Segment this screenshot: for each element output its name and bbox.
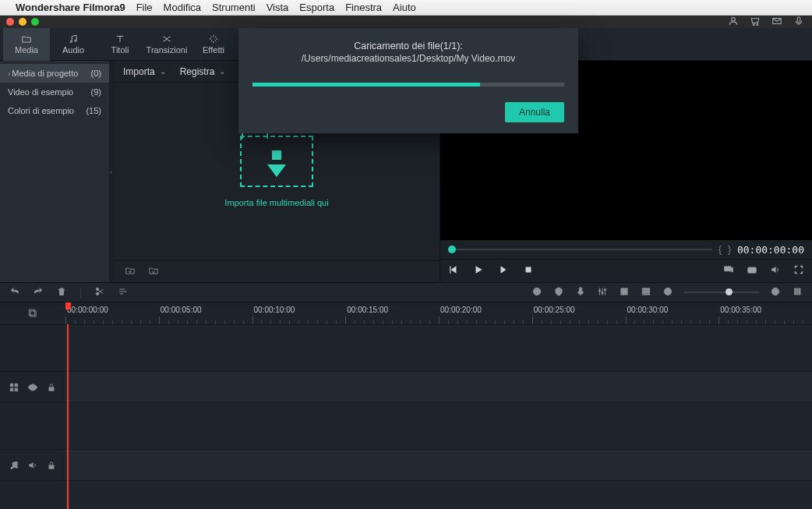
zoom-fit-icon[interactable] — [792, 286, 803, 299]
tab-transizioni[interactable]: Transizioni — [143, 28, 190, 61]
cart-icon[interactable] — [750, 16, 761, 29]
volume-icon[interactable] — [770, 264, 781, 277]
render-icon[interactable] — [531, 286, 542, 299]
svg-rect-22 — [642, 288, 649, 289]
tab-label: Transizioni — [147, 45, 188, 55]
play-button[interactable] — [473, 264, 484, 277]
scrub-mark-out-icon[interactable]: } — [728, 244, 731, 255]
menu-modifica[interactable]: Modifica — [164, 2, 201, 13]
record-dropdown[interactable]: Registra ⌄ — [180, 66, 226, 77]
timeline-toolbar: | — [0, 282, 812, 302]
menu-aiuto[interactable]: Aiuto — [393, 2, 416, 13]
extra-track-spacer — [0, 480, 65, 509]
category-video-di-esempio[interactable]: Video di esempio (9) — [0, 83, 109, 101]
track-row[interactable] — [65, 449, 812, 480]
progress-bar — [252, 83, 564, 87]
audio-track-controls[interactable] — [0, 449, 65, 480]
svg-rect-35 — [15, 388, 18, 391]
svg-point-13 — [750, 269, 754, 272]
menu-finestra[interactable]: Finestra — [345, 2, 382, 13]
stop-button[interactable] — [523, 264, 534, 277]
music-icon[interactable] — [9, 460, 19, 471]
undo-icon[interactable] — [9, 286, 20, 299]
menu-file[interactable]: File — [136, 2, 153, 13]
tab-audio[interactable]: Audio — [50, 28, 97, 61]
app-name[interactable]: Wondershare Filmora9 — [16, 2, 125, 13]
timeline-ruler[interactable]: 00:00:00:0000:00:05:0000:00:10:0000:00:1… — [65, 302, 812, 324]
svg-point-36 — [31, 386, 34, 389]
zoom-window-button[interactable] — [31, 18, 39, 26]
tab-effetti[interactable]: Effetti — [190, 28, 237, 61]
video-track-controls[interactable] — [0, 371, 65, 402]
zoom-in-icon[interactable] — [770, 286, 781, 299]
timeline-tracks[interactable] — [65, 324, 812, 509]
svg-rect-10 — [526, 267, 531, 273]
svg-rect-37 — [49, 387, 55, 391]
snapshot-icon[interactable] — [747, 264, 757, 277]
menu-vista[interactable]: Vista — [267, 2, 289, 13]
svg-point-0 — [732, 17, 736, 21]
scrubber-track[interactable] — [448, 249, 712, 250]
marker-icon[interactable] — [553, 286, 564, 299]
svg-rect-21 — [621, 288, 627, 294]
fullscreen-icon[interactable] — [793, 264, 804, 277]
user-icon[interactable] — [728, 16, 739, 29]
category-label: Media di progetto — [12, 69, 78, 78]
multilayer-icon[interactable] — [26, 308, 39, 319]
grid-icon[interactable] — [9, 382, 19, 393]
import-dropdown[interactable]: Importa ⌄ — [123, 66, 166, 77]
svg-rect-31 — [29, 309, 34, 315]
mail-icon[interactable] — [771, 16, 782, 29]
mixer-icon[interactable] — [597, 286, 608, 299]
track-row[interactable] — [65, 480, 812, 509]
eye-icon[interactable] — [27, 382, 38, 393]
tab-titoli[interactable]: Titoli — [97, 28, 143, 61]
loading-dialog: Caricamento dei file(1/1): /Users/mediac… — [238, 28, 578, 133]
category-colori-di-esempio[interactable]: Colori di esempio (15) — [0, 101, 109, 120]
track-row[interactable] — [65, 371, 812, 402]
new-folder-icon[interactable] — [123, 265, 137, 278]
track-gutter-header — [0, 302, 65, 324]
menu-esporta[interactable]: Esporta — [299, 2, 334, 13]
render-preview-icon[interactable] — [723, 264, 734, 277]
chevron-down-icon: ⌄ — [219, 67, 225, 76]
redo-icon[interactable] — [33, 286, 44, 299]
scrub-mark-in-icon[interactable]: { — [718, 244, 722, 255]
playhead-line[interactable] — [67, 324, 69, 509]
zoom-slider[interactable] — [684, 292, 759, 293]
ruler-time-label: 00:00:25:00 — [534, 306, 575, 314]
lock-icon[interactable] — [46, 382, 57, 393]
dialog-title: Caricamento dei file(1/1): — [252, 41, 564, 51]
video-track-header[interactable] — [0, 324, 65, 371]
dialog-path: /Users/mediacreationsales1/Desktop/My Vi… — [252, 53, 564, 64]
edit-tools-icon[interactable] — [118, 286, 129, 299]
zoom-out-icon[interactable] — [662, 286, 673, 299]
zoom-handle[interactable] — [726, 288, 733, 295]
next-frame-button[interactable] — [498, 264, 509, 277]
voiceover-icon[interactable] — [575, 286, 586, 299]
cancel-button[interactable]: Annulla — [505, 102, 564, 122]
split-icon[interactable] — [94, 286, 105, 299]
svg-rect-30 — [30, 311, 36, 316]
minimize-window-button[interactable] — [19, 18, 26, 26]
category-media-di-progetto[interactable]: ›Media di progetto (0) — [0, 64, 109, 83]
track-manager-icon[interactable] — [641, 286, 651, 299]
track-row[interactable] — [65, 324, 812, 371]
svg-rect-34 — [10, 388, 13, 391]
scrubber-handle[interactable] — [448, 246, 456, 253]
crop-icon[interactable] — [619, 286, 630, 299]
scrubber-bar: { } 00:00:00:00 — [440, 240, 812, 259]
prev-frame-button[interactable] — [448, 264, 459, 277]
svg-point-19 — [602, 292, 603, 293]
mic-icon[interactable] — [793, 16, 804, 29]
delete-folder-icon[interactable] — [147, 265, 161, 278]
volume-icon[interactable] — [27, 460, 38, 471]
track-row[interactable] — [65, 402, 812, 449]
lock-icon[interactable] — [46, 460, 57, 471]
ruler-time-label: 00:00:30:00 — [627, 306, 669, 314]
menu-strumenti[interactable]: Strumenti — [212, 2, 256, 13]
close-window-button[interactable] — [6, 18, 14, 26]
svg-rect-23 — [642, 291, 649, 292]
tab-media[interactable]: Media — [3, 28, 50, 61]
delete-icon[interactable] — [56, 286, 67, 299]
